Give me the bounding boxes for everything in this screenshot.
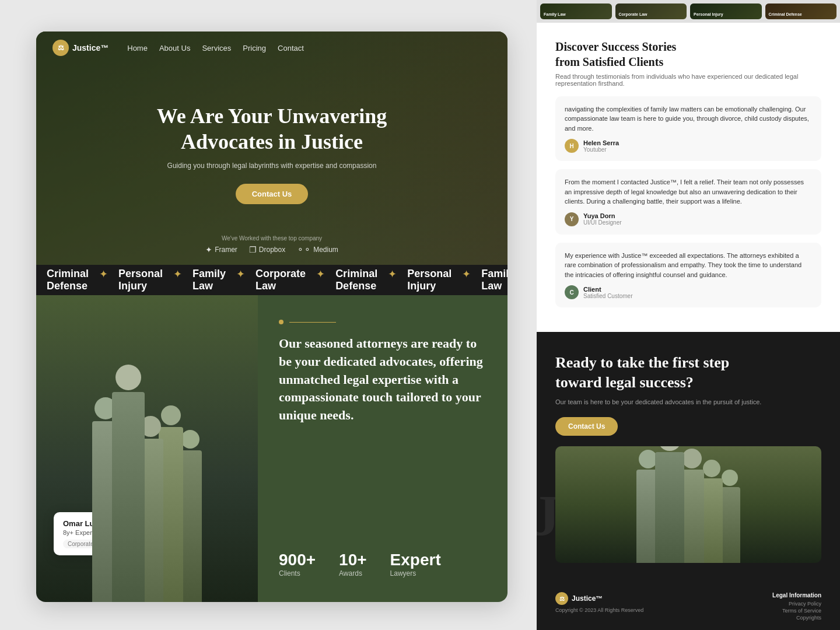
testimonial-author-1: H Helen Serra Youtuber: [565, 139, 812, 153]
testimonials-section: Discover Success Stories from Satisfied …: [537, 23, 840, 332]
footer-terms[interactable]: Terms of Service: [772, 608, 821, 614]
stats-row: 900+ Clients 10+ Awards Expert Lawyers: [279, 551, 487, 578]
navbar: ⚖ Justice™ Home About Us Services Pricin…: [36, 32, 508, 64]
author-title-2: UI/UI Designer: [583, 219, 622, 226]
testimonial-author-3: C Client Satisfied Customer: [565, 285, 812, 299]
ticker-item-1: Criminal Defense: [36, 268, 99, 292]
author-avatar-2: Y: [565, 212, 579, 226]
testimonial-text-2: From the moment I contacted Justice™, I …: [565, 177, 812, 206]
about-section: Omar Lubin 8y+ Experience Corporate Law …: [36, 295, 508, 602]
nav-links: Home About Us Services Pricing Contact: [127, 43, 304, 53]
author-name-2: Yuya Dorn: [583, 212, 622, 219]
nav-pricing[interactable]: Pricing: [243, 44, 266, 52]
accent-line: [289, 322, 336, 323]
footer: ⚖ Justice™ Copyright © 2023 All Rights R…: [537, 584, 840, 630]
footer-links-title: Legal Information: [772, 592, 821, 598]
stat-awards-label: Awards: [339, 569, 367, 578]
about-accent: [279, 320, 487, 324]
nav-contact[interactable]: Contact: [278, 44, 304, 52]
cta-subtitle: Our team is here to be your dedicated ad…: [555, 398, 821, 405]
about-body-text: Our seasoned attorneys are ready to be y…: [279, 335, 487, 425]
logo-icon: ⚖: [52, 40, 69, 56]
testimonial-text-1: navigating the complexities of family la…: [565, 104, 812, 134]
ticker-item-5: Criminal Defense: [325, 268, 388, 292]
cta-button[interactable]: Contact Us: [555, 417, 618, 436]
ticker-item-7: Family Law: [471, 268, 508, 292]
main-card: ⚖ Justice™ Home About Us Services Pricin…: [36, 32, 508, 602]
stat-awards-num: 10+: [339, 551, 367, 569]
author-avatar-3: C: [565, 285, 579, 299]
svc-mini-1: Family Law: [540, 4, 612, 19]
footer-left: ⚖ Justice™ Copyright © 2023 All Rights R…: [555, 592, 643, 613]
footer-privacy[interactable]: Privacy Policy: [772, 601, 821, 607]
testimonial-author-2: Y Yuya Dorn UI/UI Designer: [565, 212, 812, 226]
footer-copyright: Copyright © 2023 All Rights Reserved: [555, 607, 643, 613]
testimonial-card-2: From the moment I contacted Justice™, I …: [555, 169, 821, 235]
ticker-bar: Criminal Defense ✦ Personal Injury ✦ Fam…: [36, 265, 508, 295]
hero-section: ⚖ Justice™ Home About Us Services Pricin…: [36, 32, 508, 265]
right-panels: Family Law Corporate Law Personal Injury…: [537, 0, 840, 630]
hero-subtitle: Guiding you through legal labyrinths wit…: [157, 162, 387, 170]
about-image: Omar Lubin 8y+ Experience Corporate Law: [36, 295, 258, 602]
ticker-item-2: Personal Injury: [108, 268, 173, 292]
svc-mini-2: Corporate Law: [615, 4, 687, 19]
team-photo: [36, 365, 258, 602]
ticker-track: Criminal Defense ✦ Personal Injury ✦ Fam…: [36, 268, 508, 292]
partners-label: We've Worked with these top company: [36, 235, 508, 242]
stat-awards: 10+ Awards: [339, 551, 367, 578]
footer-logo: ⚖ Justice™: [555, 592, 643, 605]
stat-clients: 900+ Clients: [279, 551, 316, 578]
svc-mini-4: Criminal Defense: [765, 4, 837, 19]
partners-logos: ✦ Framer ❐ Dropbox ⚬⚬ Medium: [36, 245, 508, 254]
author-info-1: Helen Serra Youtuber: [583, 139, 619, 153]
author-avatar-1: H: [565, 139, 579, 153]
testimonial-card-1: navigating the complexities of family la…: [555, 96, 821, 162]
ticker-item-3: Family Law: [182, 268, 236, 292]
partner-dropbox: ❐ Dropbox: [249, 245, 285, 254]
hero-content: We Are Your Unwavering Advocates in Just…: [122, 104, 422, 204]
nav-about[interactable]: About Us: [159, 44, 190, 52]
nav-logo[interactable]: ⚖ Justice™: [52, 40, 108, 56]
testimonial-text-3: My experience with Justice™ exceeded all…: [565, 251, 812, 280]
accent-dot: [279, 320, 284, 324]
author-name-1: Helen Serra: [583, 139, 619, 146]
author-title-3: Satisfied Customer: [583, 293, 632, 299]
hero-title: We Are Your Unwavering Advocates in Just…: [157, 104, 387, 154]
nav-home[interactable]: Home: [127, 44, 148, 52]
cta-title: Ready to take the first step toward lega…: [555, 353, 821, 393]
author-title-1: Youtuber: [583, 146, 619, 153]
author-name-3: Client: [583, 286, 632, 293]
stat-lawyers-label: Lawyers: [390, 569, 441, 578]
cta-team-image: [555, 446, 821, 563]
nav-services[interactable]: Services: [202, 44, 231, 52]
about-text: Our seasoned attorneys are ready to be y…: [258, 295, 508, 602]
testimonials-title: Discover Success Stories from Satisfied …: [555, 39, 821, 69]
stat-lawyers: Expert Lawyers: [390, 551, 441, 578]
hero-cta-button[interactable]: Contact Us: [236, 184, 309, 204]
partner-medium: ⚬⚬ Medium: [297, 245, 338, 254]
cta-section: Justic Ready to take the first step towa…: [537, 332, 840, 584]
footer-logo-icon: ⚖: [555, 592, 568, 605]
stat-lawyers-num: Expert: [390, 551, 441, 569]
logo-text: Justice™: [72, 43, 108, 52]
ticker-item-6: Personal Injury: [397, 268, 462, 292]
ticker-item-4: Corporate Law: [245, 268, 316, 292]
testimonials-subtitle: Read through testimonials from individua…: [555, 73, 821, 87]
stat-clients-num: 900+: [279, 551, 316, 569]
author-info-3: Client Satisfied Customer: [583, 286, 632, 299]
stat-clients-label: Clients: [279, 569, 316, 578]
hero-partners: We've Worked with these top company ✦ Fr…: [36, 235, 508, 254]
testimonials-header: Discover Success Stories from Satisfied …: [555, 39, 821, 87]
services-mini-strip: Family Law Corporate Law Personal Injury…: [537, 0, 840, 23]
svc-mini-3: Personal Injury: [690, 4, 762, 19]
cta-team-figures: [555, 458, 821, 563]
partner-framer: ✦ Framer: [205, 245, 237, 254]
testimonial-card-3: My experience with Justice™ exceeded all…: [555, 243, 821, 308]
footer-logo-text: Justice™: [572, 594, 603, 603]
footer-links: Legal Information Privacy Policy Terms o…: [772, 592, 821, 622]
author-info-2: Yuya Dorn UI/UI Designer: [583, 212, 622, 226]
footer-copyrights[interactable]: Copyrights: [772, 615, 821, 621]
